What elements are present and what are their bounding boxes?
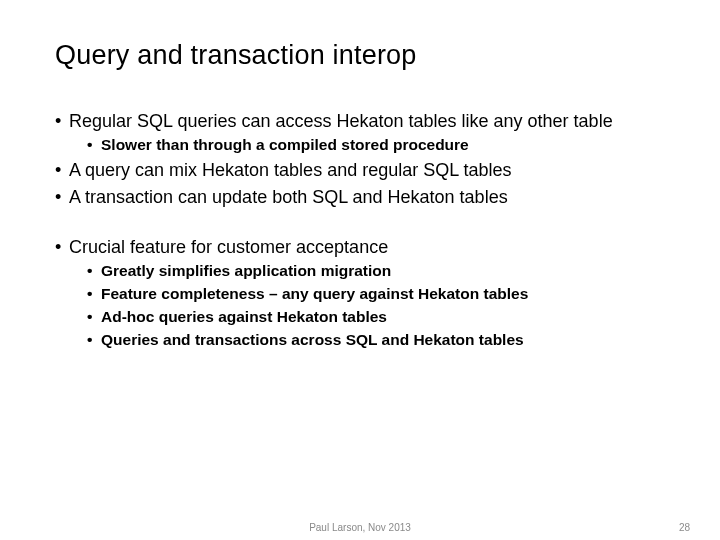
slide: Query and transaction interop Regular SQ… xyxy=(0,0,720,540)
bullet-list: Regular SQL queries can access Hekaton t… xyxy=(55,109,665,351)
bullet-level2: Queries and transactions across SQL and … xyxy=(55,330,665,351)
spacer xyxy=(55,211,665,235)
bullet-level2: Ad-hoc queries against Hekaton tables xyxy=(55,307,665,328)
bullet-level2: Feature completeness – any query against… xyxy=(55,284,665,305)
bullet-level2: Greatly simplifies application migration xyxy=(55,261,665,282)
bullet-level2: Slower than through a compiled stored pr… xyxy=(55,135,665,156)
bullet-level1: Regular SQL queries can access Hekaton t… xyxy=(55,109,665,133)
bullet-level1: Crucial feature for customer acceptance xyxy=(55,235,665,259)
bullet-level1: A query can mix Hekaton tables and regul… xyxy=(55,158,665,182)
slide-title: Query and transaction interop xyxy=(55,40,665,71)
footer-page-number: 28 xyxy=(679,522,690,533)
bullet-level1: A transaction can update both SQL and He… xyxy=(55,185,665,209)
footer-author-date: Paul Larson, Nov 2013 xyxy=(309,522,411,533)
